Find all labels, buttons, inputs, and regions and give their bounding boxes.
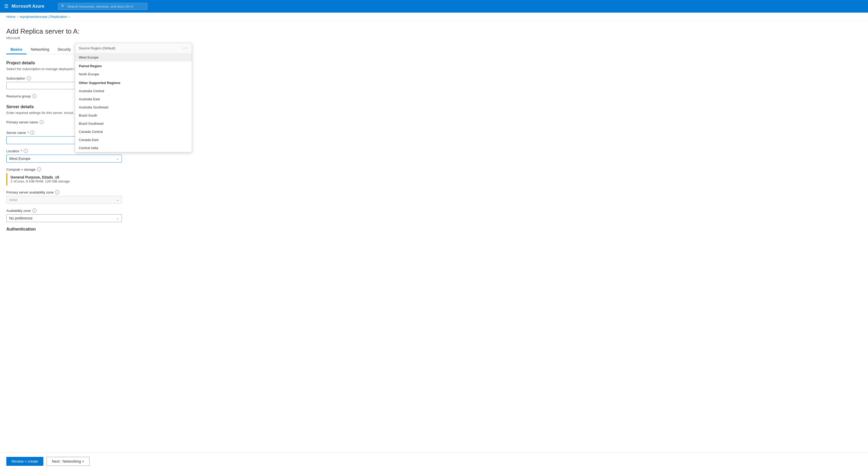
location-select[interactable]: West Europe ⌄ xyxy=(6,155,122,162)
dropdown-item-canada-central[interactable]: Canada Central xyxy=(75,128,192,136)
search-icon: 🔍 xyxy=(61,4,65,8)
dropdown-item-australia-central[interactable]: Australia Central xyxy=(75,87,192,95)
location-value: West Europe xyxy=(9,156,30,161)
resource-group-info-icon[interactable]: i xyxy=(32,94,36,98)
dropdown-item-north-europe[interactable]: North Europe xyxy=(75,70,192,78)
az-value: No preference xyxy=(9,216,33,220)
location-info-icon[interactable]: i xyxy=(24,149,28,153)
tab-basics[interactable]: Basics xyxy=(6,45,27,54)
compute-storage-label: Compute + storage i xyxy=(6,167,193,171)
dropdown-item-central-india[interactable]: Central India xyxy=(75,144,192,152)
breadcrumb-home[interactable]: Home xyxy=(6,15,16,19)
authentication-label: Authentication xyxy=(6,227,193,231)
dropdown-item-canada-east[interactable]: Canada East xyxy=(75,136,192,144)
location-chevron: ⌄ xyxy=(116,157,119,160)
tab-networking[interactable]: Networking xyxy=(27,45,53,54)
compute-title: General Purpose, D2ads_v5 xyxy=(10,175,119,179)
primary-az-value: none xyxy=(9,198,17,202)
dropdown-header: Source Region (Default) ··· xyxy=(75,43,192,53)
compute-sub: 2 vCores, 8 GiB RAM, 128 GiB storage xyxy=(10,179,119,183)
availability-zone-group: Availability zone i No preference ⌄ xyxy=(6,209,193,222)
top-navigation: ☰ Microsoft Azure 🔍 xyxy=(0,0,868,12)
dropdown-item-brazil-southeast[interactable]: Brazil Southeast xyxy=(75,120,192,128)
dropdown-item-australia-east[interactable]: Australia East xyxy=(75,95,192,103)
primary-availability-zone-label: Primary server availability zone i xyxy=(6,190,193,194)
breadcrumb: Home › mysqlrwesteurope | Replication › xyxy=(0,12,868,21)
breadcrumb-sep2: › xyxy=(68,15,70,19)
az-chevron: ⌄ xyxy=(116,216,119,220)
compute-storage-info-icon[interactable]: i xyxy=(37,167,41,171)
primary-server-name-info-icon[interactable]: i xyxy=(40,120,44,124)
compute-storage-group: Compute + storage i General Purpose, D2a… xyxy=(6,167,193,185)
breadcrumb-sep1: › xyxy=(17,15,18,19)
dropdown-item-west-europe[interactable]: West Europe xyxy=(75,53,192,61)
dropdown-item-australia-southeast[interactable]: Australia Southeast xyxy=(75,103,192,111)
breadcrumb-resource[interactable]: mysqlrwesteurope | Replication xyxy=(20,15,67,19)
page-title: Add Replica server to A: xyxy=(6,27,193,35)
primary-availability-zone-select: none ⌄ xyxy=(6,196,122,204)
search-bar[interactable]: 🔍 xyxy=(58,3,147,10)
dropdown-group-paired: Paired Region xyxy=(75,61,192,70)
server-name-required: * xyxy=(27,131,29,135)
dropdown-item-brazil-south[interactable]: Brazil South xyxy=(75,111,192,120)
location-dropdown[interactable]: Source Region (Default) ··· West Europe … xyxy=(75,43,192,152)
availability-zone-select[interactable]: No preference ⌄ xyxy=(6,214,122,222)
compute-box[interactable]: General Purpose, D2ads_v5 2 vCores, 8 Gi… xyxy=(6,173,122,185)
more-options-button[interactable]: ··· xyxy=(183,46,188,51)
az-info-icon[interactable]: i xyxy=(32,209,36,213)
dropdown-list[interactable]: West Europe Paired Region North Europe O… xyxy=(75,53,192,152)
location-required: * xyxy=(21,149,22,153)
primary-az-chevron: ⌄ xyxy=(116,198,119,202)
page-subtitle: Microsoft xyxy=(6,36,193,40)
primary-az-info-icon[interactable]: i xyxy=(55,190,59,194)
hamburger-icon[interactable]: ☰ xyxy=(4,3,8,9)
tab-security[interactable]: Security xyxy=(53,45,75,54)
search-input[interactable] xyxy=(67,4,145,8)
subscription-info-icon[interactable]: i xyxy=(27,76,31,80)
server-name-info-icon[interactable]: i xyxy=(30,130,34,135)
primary-availability-zone-group: Primary server availability zone i none … xyxy=(6,190,193,204)
dropdown-group-other: Other Supported Regions xyxy=(75,78,192,87)
dropdown-header-label: Source Region (Default) xyxy=(79,46,115,50)
brand-name: Microsoft Azure xyxy=(11,4,44,9)
availability-zone-label: Availability zone i xyxy=(6,209,193,213)
